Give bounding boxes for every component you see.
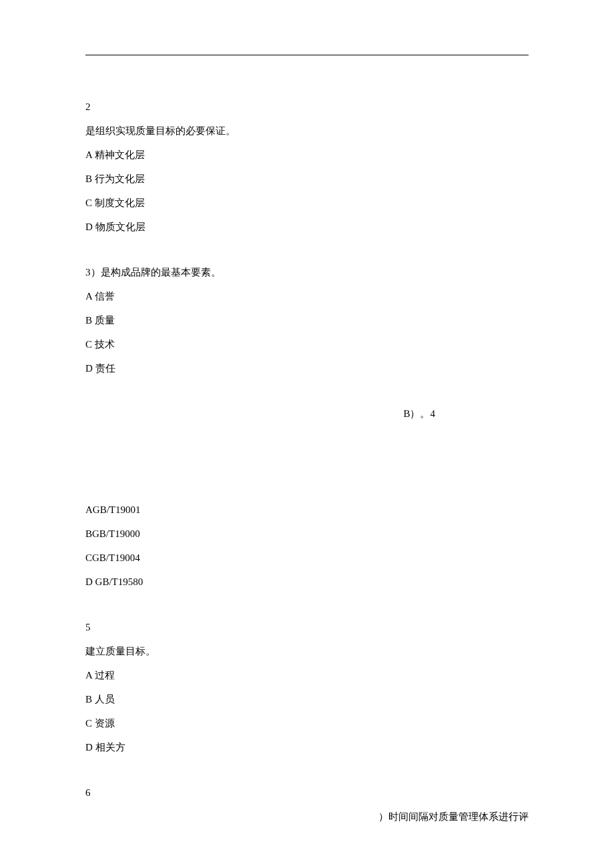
question-stem-right: ）时间间隔对质量管理体系进行评 <box>378 805 529 829</box>
question-block: B）。4 AGB/T19001 BGB/T19000 CGB/T19004 D … <box>85 402 529 594</box>
option-d: D 责任 <box>85 356 529 380</box>
question-stem: 建立质量目标。 <box>85 639 529 663</box>
question-number: 6 <box>85 781 529 805</box>
option-b: B 人员 <box>85 687 529 711</box>
question-block: 3）是构成品牌的最基本要素。 A 信誉 B 质量 C 技术 D 责任 <box>85 260 529 380</box>
question-number: 5 <box>85 615 529 639</box>
page: 2 是组织实现质量目标的必要保证。 A 精神文化层 B 行为文化层 C 制度文化… <box>0 0 614 868</box>
spacer <box>105 835 108 846</box>
question-number: 3 <box>85 267 91 278</box>
question-line: 3）是构成品牌的最基本要素。 <box>85 260 529 284</box>
option-b: B 质量 <box>85 308 529 332</box>
question-stem-row: ）时间间隔对质量管理体系进行评 <box>85 805 529 868</box>
content-area: 2 是组织实现质量目标的必要保证。 A 精神文化层 B 行为文化层 C 制度文化… <box>85 55 529 868</box>
option-a: A 信誉 <box>85 284 529 308</box>
question-number-right: B）。4 <box>403 402 435 426</box>
question-stem: ）是构成品牌的最基本要素。 <box>91 267 221 278</box>
option-c: C 资源 <box>85 711 529 735</box>
option-a: AGB/T19001 <box>85 498 529 522</box>
option-c: CGB/T19004 <box>85 546 529 570</box>
question-block: 6 ）时间间隔对质量管理体系进行评 审。 A 标准规定的 <box>85 781 529 868</box>
option-c: C 技术 <box>85 332 529 356</box>
question-block: 2 是组织实现质量目标的必要保证。 A 精神文化层 B 行为文化层 C 制度文化… <box>85 95 529 239</box>
option-b: B 行为文化层 <box>85 167 529 191</box>
horizontal-rule <box>85 55 529 55</box>
option-a: A 过程 <box>85 663 529 687</box>
option-d: D GB/T19580 <box>85 570 529 594</box>
option-c: C 制度文化层 <box>85 191 529 215</box>
option-d: D 物质文化层 <box>85 215 529 239</box>
option-a: A 精神文化层 <box>85 143 529 167</box>
option-b: BGB/T19000 <box>85 522 529 546</box>
question-number: 2 <box>85 95 529 119</box>
question-stem: 是组织实现质量目标的必要保证。 <box>85 119 529 143</box>
question-header-row: B）。4 <box>85 402 529 498</box>
question-block: 5 建立质量目标。 A 过程 B 人员 C 资源 D 相关方 <box>85 615 529 759</box>
option-d: D 相关方 <box>85 735 529 759</box>
spacer <box>105 432 108 443</box>
